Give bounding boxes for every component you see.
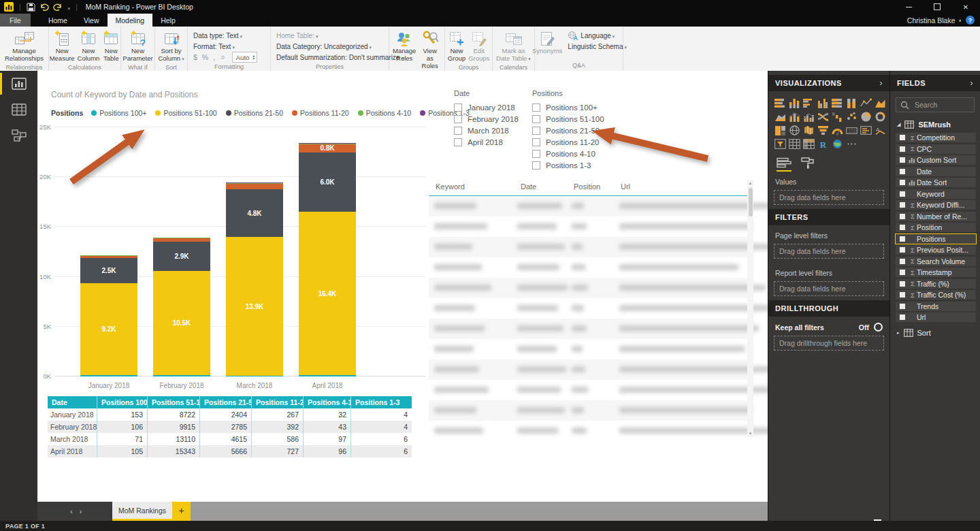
line-stacked-column-icon[interactable]	[787, 110, 802, 123]
segment-positions-11-20[interactable]	[226, 184, 283, 190]
field-item-trends[interactable]: Trends	[896, 302, 976, 311]
slicer-item[interactable]: Positions 1-3	[532, 159, 604, 171]
area-chart-icon[interactable]	[873, 96, 887, 110]
next-page-icon[interactable]: ›	[80, 507, 82, 515]
summary-header-cell[interactable]: Positions 1-3	[350, 396, 412, 408]
summary-header-cell[interactable]: Date	[48, 396, 97, 408]
fields-header[interactable]: FIELDS›	[890, 75, 980, 91]
slicer-item[interactable]: February 2018	[454, 113, 519, 125]
field-item-date[interactable]: Date	[896, 167, 976, 176]
slicer-item[interactable]: January 2018	[454, 101, 519, 113]
line-clustered-column-icon[interactable]	[802, 110, 816, 123]
keyword-table-row-blurred[interactable]	[429, 400, 749, 421]
redo-icon[interactable]	[53, 3, 63, 11]
summary-table-row[interactable]: March 201871131104615586976	[48, 433, 412, 445]
prev-page-icon[interactable]: ‹	[70, 507, 73, 515]
keyword-table-row-blurred[interactable]	[429, 237, 749, 257]
manage-roles-button[interactable]: Manage Roles	[391, 29, 417, 63]
slicer-item[interactable]: April 2018	[454, 136, 519, 148]
data-type-dropdown[interactable]: Data type: Text	[193, 30, 257, 41]
scroll-down-icon[interactable]: ▼	[747, 430, 753, 437]
field-item-traffic-cost[interactable]: ΣTraffic Cost (%)	[896, 290, 976, 300]
keyword-table-row-blurred[interactable]	[429, 216, 749, 237]
keyword-table-row-blurred[interactable]	[429, 380, 749, 400]
checkbox-unchecked[interactable]	[454, 115, 462, 123]
legend-item[interactable]: Positions 21-50	[226, 109, 283, 117]
segment-positions-100+[interactable]	[299, 375, 356, 376]
slicer-item[interactable]: March 2018	[454, 125, 519, 136]
map-icon[interactable]	[787, 123, 802, 137]
semrush-table-node[interactable]: ◢ SEMrush	[890, 114, 980, 131]
keyword-col-url[interactable]: Url	[621, 182, 630, 191]
bar-february-2018[interactable]: 10.5K2.9K	[153, 127, 210, 376]
search-input[interactable]	[913, 100, 977, 110]
sort-by-column-button[interactable]: Sort by Column	[157, 29, 185, 63]
segment-positions-100+[interactable]	[226, 376, 283, 376]
field-item-number-of-re[interactable]: ΣNumber of Re...	[896, 212, 976, 221]
treemap-icon[interactable]	[773, 123, 787, 137]
segment-positions-11-20[interactable]	[153, 238, 210, 242]
gauge-icon[interactable]	[830, 123, 845, 137]
segment-positions-21-50[interactable]: 6.0K	[299, 152, 356, 212]
summary-header-cell[interactable]: Positions 21-50	[199, 396, 251, 408]
segment-positions-21-50[interactable]: 4.8K	[226, 189, 283, 237]
field-item-positions[interactable]: Positions	[896, 234, 976, 244]
new-column-button[interactable]: New Column	[76, 29, 101, 63]
field-checkbox[interactable]	[900, 169, 905, 174]
slicer-icon[interactable]	[773, 137, 787, 150]
field-checkbox[interactable]	[900, 259, 905, 264]
page-tab-mom-rankings[interactable]: MoM Rankings	[112, 502, 172, 521]
field-item-position[interactable]: ΣPosition	[896, 223, 976, 232]
field-checkbox[interactable]	[900, 270, 905, 275]
decimal-places-stepper[interactable]: Auto▲▼	[232, 52, 258, 63]
field-checkbox[interactable]	[900, 135, 905, 140]
scatter-chart-icon[interactable]	[845, 110, 859, 123]
stacked-column-chart-icon[interactable]	[787, 96, 802, 110]
summary-header-cell[interactable]: Positions 11-20	[251, 396, 303, 408]
clustered-bar-chart-icon[interactable]	[802, 96, 816, 110]
field-item-date-sort[interactable]: Date Sort	[896, 178, 976, 187]
keyword-table-row-blurred[interactable]	[429, 257, 749, 278]
summary-header-cell[interactable]: Positions 4-10	[303, 396, 350, 408]
legend-item[interactable]: Positions 4-10	[358, 109, 412, 117]
model-view-button[interactable]	[0, 123, 37, 148]
field-item-competition[interactable]: ΣCompetition	[896, 133, 976, 142]
currency-format-button[interactable]: $	[193, 53, 197, 61]
segment-positions-4-10[interactable]	[226, 182, 283, 183]
values-dropzone[interactable]: Drag data fields here	[774, 190, 884, 205]
card-icon[interactable]: 123	[845, 123, 859, 137]
filled-map-icon[interactable]	[802, 123, 816, 137]
legend-item[interactable]: Positions 100+	[91, 109, 146, 117]
segment-positions-21-50[interactable]: 2.9K	[153, 242, 210, 270]
field-checkbox[interactable]	[900, 281, 905, 287]
bar-march-2018[interactable]: 13.9K4.8K	[226, 127, 283, 376]
100-stacked-bar-chart-icon[interactable]	[830, 96, 845, 110]
keyword-table-row-blurred[interactable]	[429, 319, 749, 339]
keyword-col-keyword[interactable]: Keyword	[436, 182, 465, 191]
scrollbar-thumb[interactable]	[749, 188, 753, 216]
view-as-roles-button[interactable]: View as Roles	[417, 29, 442, 71]
summary-header-cell[interactable]: Positions 100+	[97, 396, 147, 408]
segment-positions-51-100[interactable]: 9.2K	[80, 283, 137, 375]
checkbox-unchecked[interactable]	[454, 103, 462, 112]
checkbox-unchecked[interactable]	[532, 138, 540, 146]
legend-item[interactable]: Positions 51-100	[155, 109, 216, 117]
menu-help[interactable]: Help	[152, 14, 184, 27]
menu-view[interactable]: View	[76, 14, 108, 27]
segment-positions-100+[interactable]	[153, 375, 210, 376]
slicer-item[interactable]: Positions 21-50	[532, 125, 604, 136]
field-item-keyword-diffi[interactable]: ΣKeyword Diffi...	[896, 200, 976, 210]
percent-format-button[interactable]: %	[202, 53, 208, 61]
field-checkbox[interactable]	[900, 180, 905, 185]
field-item-traffic[interactable]: ΣTraffic (%)	[896, 279, 976, 289]
report-filters-dropzone[interactable]: Drag data fields here	[774, 281, 884, 296]
line-chart-icon[interactable]	[859, 96, 873, 110]
fields-tab[interactable]	[777, 157, 791, 172]
bar-april-2018[interactable]: 16.4K6.0K0.8K	[299, 127, 356, 376]
decimals-button[interactable]: .0	[220, 54, 225, 61]
field-checkbox[interactable]	[900, 191, 905, 197]
summary-table-row[interactable]: January 201815387222404267324	[48, 408, 412, 421]
checkbox-unchecked[interactable]	[532, 115, 540, 123]
slicer-item[interactable]: Positions 100+	[532, 101, 604, 113]
user-caret-icon[interactable]: ▾	[959, 18, 962, 23]
